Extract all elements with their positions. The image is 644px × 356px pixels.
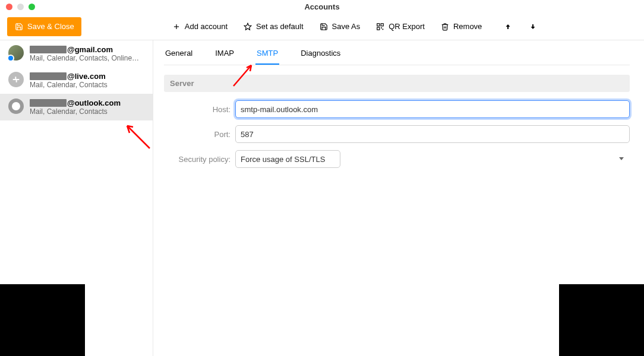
window-title: Accounts	[304, 2, 339, 11]
smtp-form: Host: Port: Security policy: Force usage…	[164, 100, 630, 168]
svg-rect-4	[381, 23, 383, 26]
black-overlay	[0, 284, 85, 356]
avatar	[8, 45, 24, 61]
account-services: Mail, Calendar, Contacts	[30, 107, 121, 116]
set-default-button[interactable]: Set as default	[243, 22, 304, 31]
avatar	[8, 98, 24, 114]
account-email: @live.com	[30, 72, 108, 81]
toolbar: Save & Close Add account Set as default …	[0, 13, 644, 40]
save-close-button[interactable]: Save & Close	[7, 17, 81, 36]
save-close-label: Save & Close	[27, 22, 74, 31]
svg-marker-2	[244, 23, 251, 30]
star-icon	[243, 22, 252, 31]
add-account-button[interactable]: Add account	[172, 22, 228, 31]
arrow-down-icon	[528, 22, 538, 31]
svg-rect-3	[377, 23, 380, 26]
plus-icon	[172, 22, 181, 31]
account-email: @outlook.com	[30, 98, 121, 107]
server-section-header: Server	[164, 75, 630, 92]
account-item-gmail[interactable]: @gmail.com Mail, Calendar, Contacts, Onl…	[0, 40, 153, 67]
svg-rect-5	[377, 27, 380, 30]
save-icon	[14, 22, 24, 31]
qr-icon	[375, 22, 385, 31]
tab-general[interactable]: General	[164, 49, 194, 65]
save-as-button[interactable]: Save As	[319, 22, 361, 31]
titlebar: Accounts	[0, 0, 644, 13]
black-overlay	[559, 284, 644, 356]
account-item-outlook[interactable]: @outlook.com Mail, Calendar, Contacts	[0, 94, 153, 120]
fullscreen-window-icon[interactable]	[29, 4, 35, 10]
security-label: Security policy:	[164, 155, 235, 164]
set-default-label: Set as default	[256, 22, 304, 31]
move-down-button[interactable]	[528, 22, 538, 31]
tabs: General IMAP SMTP Diagnostics	[164, 40, 630, 65]
add-account-label: Add account	[185, 22, 228, 31]
minimize-window-icon[interactable]	[17, 4, 24, 10]
move-up-button[interactable]	[503, 22, 513, 31]
security-policy-select[interactable]: Force usage of SSL/TLS	[235, 150, 340, 168]
host-input[interactable]	[235, 100, 630, 118]
save-as-label: Save As	[332, 22, 361, 31]
qr-export-button[interactable]: QR Export	[375, 22, 425, 31]
remove-label: Remove	[453, 22, 482, 31]
close-window-icon[interactable]	[6, 4, 12, 10]
account-email: @gmail.com	[30, 45, 139, 54]
qr-export-label: QR Export	[389, 22, 425, 31]
account-services: Mail, Calendar, Contacts, Online…	[30, 54, 139, 62]
floppy-icon	[319, 22, 329, 31]
trash-icon	[440, 22, 450, 31]
arrow-up-icon	[503, 22, 513, 31]
avatar	[8, 72, 24, 87]
account-services: Mail, Calendar, Contacts	[30, 81, 108, 89]
default-badge-icon	[7, 55, 14, 62]
svg-rect-6	[381, 27, 382, 28]
port-label: Port:	[164, 130, 235, 139]
port-input[interactable]	[235, 125, 630, 143]
account-item-live[interactable]: @live.com Mail, Calendar, Contacts	[0, 67, 153, 94]
window-controls	[6, 4, 35, 10]
host-label: Host:	[164, 105, 235, 114]
tab-diagnostics[interactable]: Diagnostics	[299, 49, 342, 65]
tab-smtp[interactable]: SMTP	[255, 49, 279, 65]
svg-rect-7	[383, 28, 384, 30]
remove-button[interactable]: Remove	[440, 22, 482, 31]
tab-imap[interactable]: IMAP	[214, 49, 235, 65]
